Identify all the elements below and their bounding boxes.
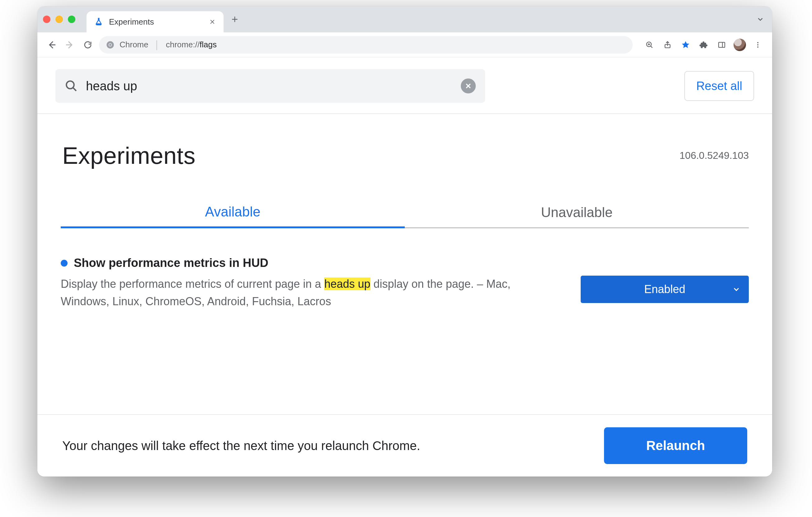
flag-state-value: Enabled: [644, 283, 685, 296]
zoom-icon[interactable]: [643, 38, 656, 52]
page-content: Reset all Experiments 106.0.5249.103 Ava…: [37, 57, 772, 414]
maximize-window-icon[interactable]: [68, 16, 75, 23]
separator-icon: │: [154, 41, 160, 49]
tab-title: Experiments: [109, 17, 202, 27]
browser-tab[interactable]: Experiments: [87, 11, 224, 32]
flag-title-row: Show performance metrics in HUD: [61, 256, 568, 270]
clear-search-icon[interactable]: [461, 79, 476, 93]
profile-avatar[interactable]: [733, 38, 747, 52]
tabs-dropdown-icon[interactable]: [754, 13, 766, 26]
minimize-window-icon[interactable]: [55, 16, 63, 23]
window-controls: [43, 16, 75, 23]
flag-title: Show performance metrics in HUD: [74, 256, 268, 270]
flag-item: Show performance metrics in HUD Display …: [37, 228, 772, 323]
toolbar: Chrome │ chrome://flags: [37, 32, 772, 57]
url-host: Chrome: [120, 40, 148, 50]
svg-point-8: [757, 47, 758, 48]
search-highlight: heads up: [324, 278, 370, 290]
search-row: Reset all: [37, 57, 772, 114]
search-icon: [65, 79, 78, 92]
back-button[interactable]: [45, 38, 59, 52]
forward-button[interactable]: [63, 38, 77, 52]
relaunch-button[interactable]: Relaunch: [604, 427, 747, 464]
relaunch-message: Your changes will take effect the next t…: [62, 439, 591, 453]
flag-description: Display the performance metrics of curre…: [61, 275, 553, 310]
svg-rect-5: [719, 42, 725, 47]
modified-dot-icon: [61, 260, 67, 267]
address-bar[interactable]: Chrome │ chrome://flags: [99, 36, 633, 54]
browser-window: Experiments: [37, 6, 772, 477]
flask-icon: [94, 17, 104, 26]
chevron-down-icon: [732, 285, 741, 294]
svg-point-9: [66, 81, 74, 89]
tab-strip: Experiments: [37, 6, 772, 32]
bookmark-star-icon[interactable]: [679, 38, 692, 52]
new-tab-button[interactable]: [229, 13, 241, 26]
close-tab-icon[interactable]: [208, 18, 217, 26]
reload-button[interactable]: [81, 38, 95, 52]
svg-point-7: [757, 44, 758, 46]
page-header: Experiments 106.0.5249.103: [37, 114, 772, 175]
version-label: 106.0.5249.103: [680, 150, 749, 161]
kebab-menu-icon[interactable]: [751, 38, 765, 52]
relaunch-bar: Your changes will take effect the next t…: [37, 414, 772, 477]
tab-unavailable[interactable]: Unavailable: [405, 197, 749, 228]
flags-search-box[interactable]: [55, 69, 485, 103]
flag-state-select[interactable]: Enabled: [581, 276, 749, 303]
tab-available[interactable]: Available: [61, 197, 405, 228]
flags-search-input[interactable]: [86, 79, 453, 93]
share-icon[interactable]: [661, 38, 674, 52]
sidepanel-icon[interactable]: [715, 38, 729, 52]
reset-all-button[interactable]: Reset all: [684, 71, 754, 101]
page-title: Experiments: [62, 142, 196, 169]
svg-point-6: [757, 42, 758, 43]
chrome-icon: [106, 40, 115, 49]
flags-tabs: Available Unavailable: [61, 197, 749, 228]
close-window-icon[interactable]: [43, 16, 51, 23]
extensions-icon[interactable]: [697, 38, 710, 52]
svg-point-2: [109, 44, 112, 46]
url-path: chrome://flags: [166, 40, 217, 50]
